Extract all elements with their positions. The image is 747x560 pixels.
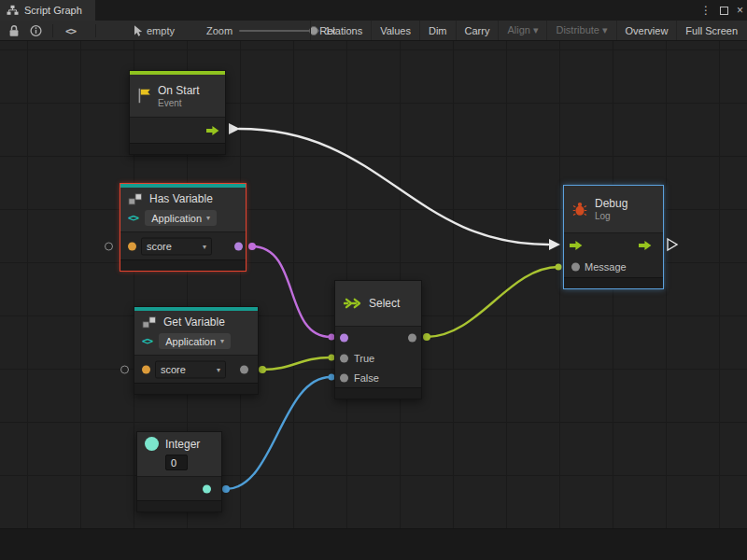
script-graph-icon [7, 5, 19, 16]
node-debug-log[interactable]: Debug Log Message [563, 185, 664, 289]
canvas-bottom-edge [0, 528, 747, 560]
toolbar-buttons: Relations Values Dim Carry Align ▾ Distr… [310, 21, 746, 40]
zoom-label: Zoom [206, 25, 233, 36]
node-footer [134, 383, 258, 394]
integer-output-port[interactable] [203, 484, 211, 493]
overview-button[interactable]: Overview [616, 21, 677, 40]
node-title: Get Variable [163, 315, 225, 329]
window-title: Script Graph [24, 5, 82, 16]
node-title: Integer [165, 438, 200, 451]
chevron-down-icon: ▾ [206, 214, 210, 222]
node-subtitle: Event [158, 98, 200, 108]
scope-dropdown[interactable]: Application ▾ [145, 210, 217, 226]
window-close-icon[interactable]: × [737, 0, 743, 21]
node-get-variable[interactable]: Get Variable <> Application ▾ score ▾ [134, 306, 259, 395]
window-titlebar: Script Graph ⋮ × [0, 0, 747, 21]
true-input-port[interactable] [340, 354, 348, 362]
true-label: True [354, 353, 374, 364]
relations-button[interactable]: Relations [310, 21, 371, 40]
code-toggle-icon[interactable]: <> [65, 24, 76, 36]
condition-input-port[interactable] [340, 333, 348, 342]
variable-name-value: score [161, 364, 186, 375]
node-subtitle: Log [595, 211, 627, 221]
window-controls: ⋮ × [700, 0, 743, 21]
lock-icon[interactable] [8, 24, 20, 37]
node-integer[interactable]: Integer 0 [136, 431, 222, 512]
code-icon: <> [142, 335, 152, 347]
target-input-port[interactable] [120, 365, 129, 373]
selection-output-port[interactable] [408, 333, 416, 342]
info-icon[interactable] [30, 24, 42, 36]
node-has-variable[interactable]: Has Variable <> Application ▾ score ▾ [120, 183, 247, 272]
flow-output-port[interactable] [639, 240, 652, 250]
selection-cursor-icon [133, 24, 143, 36]
node-title: Has Variable [149, 192, 213, 205]
values-button[interactable]: Values [371, 21, 419, 40]
fullscreen-button[interactable]: Full Screen [676, 21, 746, 40]
flow-output-port[interactable] [206, 125, 219, 135]
variable-name-value: score [147, 241, 172, 252]
node-title: On Start [158, 84, 200, 97]
variable-name-port[interactable] [142, 365, 150, 373]
node-footer [130, 143, 225, 154]
flow-input-port[interactable] [570, 240, 583, 250]
scope-dropdown[interactable]: Application ▾ [159, 333, 231, 349]
distribute-button: Distribute ▾ [546, 21, 615, 40]
graph-toolbar: <> empty Zoom 1x Relations Values Dim Ca… [0, 21, 747, 41]
value-output-port[interactable] [240, 365, 248, 373]
node-title: Select [369, 297, 400, 310]
variables-icon [142, 316, 157, 329]
selection-status: empty [147, 25, 175, 36]
node-footer [120, 259, 246, 271]
bug-icon [572, 202, 587, 217]
flag-icon [137, 88, 151, 104]
window-menu-icon[interactable]: ⋮ [700, 0, 712, 21]
message-input-port[interactable] [571, 263, 580, 272]
scope-value: Application [151, 213, 202, 224]
chevron-down-icon: ▾ [217, 365, 220, 373]
variables-icon [128, 193, 143, 205]
false-input-port[interactable] [340, 373, 348, 382]
message-label: Message [585, 261, 627, 273]
align-button: Align ▾ [498, 21, 546, 40]
integer-value-input[interactable]: 0 [165, 455, 188, 470]
tab-script-graph[interactable]: Script Graph [0, 0, 95, 21]
carry-button[interactable]: Carry [456, 21, 499, 40]
integer-type-icon [145, 437, 159, 451]
false-label: False [354, 372, 379, 384]
toolbar-separator [52, 24, 53, 37]
select-icon [344, 298, 361, 309]
scope-value: Application [165, 336, 216, 347]
node-select[interactable]: Select True False [334, 280, 422, 399]
code-icon: <> [128, 212, 138, 224]
node-title: Debug [595, 197, 627, 210]
node-footer [137, 500, 221, 511]
variable-name-dropdown[interactable]: score ▾ [155, 360, 226, 378]
chevron-down-icon: ▾ [220, 337, 224, 345]
chevron-down-icon: ▾ [203, 242, 206, 250]
node-footer [335, 387, 421, 399]
variable-name-port[interactable] [128, 242, 136, 250]
target-input-port[interactable] [105, 242, 113, 250]
variable-name-dropdown[interactable]: score ▾ [141, 237, 212, 255]
node-on-start[interactable]: On Start Event [129, 70, 226, 155]
dim-button[interactable]: Dim [419, 21, 456, 40]
zoom-slider-track[interactable] [239, 30, 319, 32]
toolbar-separator [95, 24, 96, 37]
node-footer [564, 277, 663, 288]
window-maximize-icon[interactable] [720, 7, 728, 15]
result-output-port[interactable] [234, 242, 243, 250]
